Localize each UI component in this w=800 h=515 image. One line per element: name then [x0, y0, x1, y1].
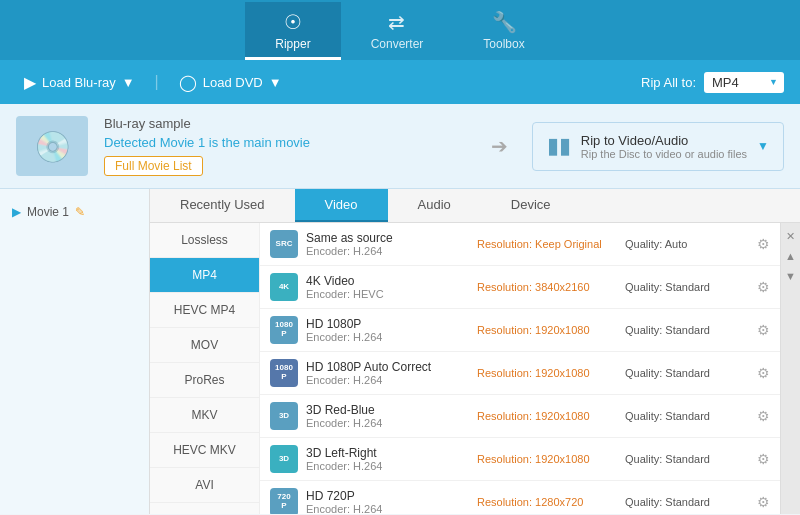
- tab-video[interactable]: Video: [295, 189, 388, 222]
- disc-title: Blu-ray sample: [104, 116, 467, 131]
- format-tabs: Recently Used Video Audio Device: [150, 189, 800, 223]
- rip-box-subtitle: Rip the Disc to video or audio files: [581, 148, 747, 160]
- rip-all-to-label: Rip All to:: [641, 75, 696, 90]
- format-resolution: Resolution: 1920x1080: [477, 453, 617, 465]
- format-quality: Quality: Standard: [625, 496, 745, 508]
- category-hevc-mkv[interactable]: HEVC MKV: [150, 433, 259, 468]
- toolbar-right: Rip All to: MP4 MKV AVI MOV: [641, 72, 784, 93]
- format-badge: 3D: [270, 445, 298, 473]
- format-badge: 1080 P: [270, 359, 298, 387]
- arrow-icon: ➔: [491, 134, 508, 158]
- format-quality: Quality: Standard: [625, 410, 745, 422]
- load-dvd-dropdown-icon: ▼: [269, 75, 282, 90]
- movie-item[interactable]: ▶ Movie 1 ✎: [0, 199, 149, 225]
- bluray-disc-icon: ▶: [24, 73, 36, 92]
- load-dvd-button[interactable]: ◯ Load DVD ▼: [171, 69, 290, 96]
- panel-down-button[interactable]: ▼: [782, 267, 800, 285]
- info-text: Blu-ray sample Detected Movie 1 is the m…: [104, 116, 467, 176]
- converter-icon: ⇄: [388, 10, 405, 34]
- category-lossless[interactable]: Lossless: [150, 223, 259, 258]
- format-row[interactable]: 3D3D Red-BlueEncoder: H.264Resolution: 1…: [260, 395, 780, 438]
- nav-toolbox[interactable]: 🔧 Toolbox: [453, 2, 554, 60]
- format-info: HD 1080P Auto CorrectEncoder: H.264: [306, 360, 469, 386]
- format-settings-icon[interactable]: ⚙: [757, 236, 770, 252]
- category-mp4[interactable]: MP4: [150, 258, 259, 293]
- format-info: 4K VideoEncoder: HEVC: [306, 274, 469, 300]
- format-resolution: Resolution: 1920x1080: [477, 324, 617, 336]
- panel-up-button[interactable]: ▲: [782, 247, 800, 265]
- format-row[interactable]: 4K4K VideoEncoder: HEVCResolution: 3840x…: [260, 266, 780, 309]
- format-name: HD 720P: [306, 489, 469, 503]
- format-name: HD 1080P Auto Correct: [306, 360, 469, 374]
- format-quality: Quality: Standard: [625, 281, 745, 293]
- format-resolution: Resolution: Keep Original: [477, 238, 617, 250]
- toolbox-icon: 🔧: [492, 10, 517, 34]
- format-row[interactable]: 720 PHD 720PEncoder: H.264Resolution: 12…: [260, 481, 780, 514]
- category-hevc-mp4[interactable]: HEVC MP4: [150, 293, 259, 328]
- tab-device[interactable]: Device: [481, 189, 581, 222]
- format-badge: 3D: [270, 402, 298, 430]
- format-encoder: Encoder: H.264: [306, 460, 469, 472]
- full-movie-list-button[interactable]: Full Movie List: [104, 156, 203, 176]
- rip-box[interactable]: ▮▮ Rip to Video/Audio Rip the Disc to vi…: [532, 122, 784, 171]
- format-badge: 720 P: [270, 488, 298, 514]
- format-encoder: Encoder: H.264: [306, 503, 469, 514]
- rip-box-title: Rip to Video/Audio: [581, 133, 747, 148]
- top-navigation: ☉ Ripper ⇄ Converter 🔧 Toolbox: [0, 0, 800, 60]
- panel-close-button[interactable]: ✕: [782, 227, 800, 245]
- rip-box-dropdown-icon[interactable]: ▼: [757, 139, 769, 153]
- format-name: 3D Left-Right: [306, 446, 469, 460]
- category-avi[interactable]: AVI: [150, 468, 259, 503]
- disc-thumbnail-icon: 💿: [34, 129, 71, 164]
- main-content: ▶ Movie 1 ✎ Recently Used Video Audio De…: [0, 189, 800, 514]
- tab-recently-used[interactable]: Recently Used: [150, 189, 295, 222]
- format-name: 4K Video: [306, 274, 469, 288]
- category-list: Lossless MP4 HEVC MP4 MOV ProRes MKV HEV…: [150, 223, 260, 514]
- format-row[interactable]: 1080 PHD 1080P Auto CorrectEncoder: H.26…: [260, 352, 780, 395]
- nav-converter[interactable]: ⇄ Converter: [341, 2, 454, 60]
- nav-ripper-label: Ripper: [275, 37, 310, 51]
- format-options-list: SRCSame as sourceEncoder: H.264Resolutio…: [260, 223, 780, 514]
- format-row[interactable]: 1080 PHD 1080PEncoder: H.264Resolution: …: [260, 309, 780, 352]
- category-prores[interactable]: ProRes: [150, 363, 259, 398]
- format-settings-icon[interactable]: ⚙: [757, 451, 770, 467]
- format-resolution: Resolution: 1920x1080: [477, 367, 617, 379]
- category-mkv[interactable]: MKV: [150, 398, 259, 433]
- ripper-icon: ☉: [284, 10, 302, 34]
- nav-toolbox-label: Toolbox: [483, 37, 524, 51]
- nav-ripper[interactable]: ☉ Ripper: [245, 2, 340, 60]
- rip-format-select[interactable]: MP4 MKV AVI MOV: [704, 72, 784, 93]
- load-bluray-button[interactable]: ▶ Load Blu-ray ▼: [16, 69, 143, 96]
- format-settings-icon[interactable]: ⚙: [757, 494, 770, 510]
- tab-audio[interactable]: Audio: [388, 189, 481, 222]
- dvd-disc-icon: ◯: [179, 73, 197, 92]
- format-name: HD 1080P: [306, 317, 469, 331]
- format-row[interactable]: SRCSame as sourceEncoder: H.264Resolutio…: [260, 223, 780, 266]
- format-settings-icon[interactable]: ⚙: [757, 279, 770, 295]
- format-encoder: Encoder: H.264: [306, 374, 469, 386]
- detected-info: Detected Movie 1 is the main movie: [104, 135, 467, 150]
- format-quality: Quality: Standard: [625, 453, 745, 465]
- format-settings-icon[interactable]: ⚙: [757, 365, 770, 381]
- format-encoder: Encoder: H.264: [306, 417, 469, 429]
- format-resolution: Resolution: 1920x1080: [477, 410, 617, 422]
- play-icon: ▶: [12, 205, 21, 219]
- format-info: Same as sourceEncoder: H.264: [306, 231, 469, 257]
- category-mov[interactable]: MOV: [150, 328, 259, 363]
- format-resolution: Resolution: 3840x2160: [477, 281, 617, 293]
- format-encoder: Encoder: HEVC: [306, 288, 469, 300]
- format-quality: Quality: Auto: [625, 238, 745, 250]
- load-bluray-label: Load Blu-ray: [42, 75, 116, 90]
- load-dvd-label: Load DVD: [203, 75, 263, 90]
- toolbar: ▶ Load Blu-ray ▼ | ◯ Load DVD ▼ Rip All …: [0, 60, 800, 104]
- rip-format-select-wrapper: MP4 MKV AVI MOV: [704, 72, 784, 93]
- format-encoder: Encoder: H.264: [306, 331, 469, 343]
- format-panel: Recently Used Video Audio Device Lossles…: [150, 189, 800, 514]
- movie-highlight: Movie 1: [160, 135, 206, 150]
- edit-icon[interactable]: ✎: [75, 205, 85, 219]
- movie-sidebar: ▶ Movie 1 ✎: [0, 189, 150, 514]
- format-settings-icon[interactable]: ⚙: [757, 408, 770, 424]
- disc-thumbnail: 💿: [16, 116, 88, 176]
- format-settings-icon[interactable]: ⚙: [757, 322, 770, 338]
- format-row[interactable]: 3D3D Left-RightEncoder: H.264Resolution:…: [260, 438, 780, 481]
